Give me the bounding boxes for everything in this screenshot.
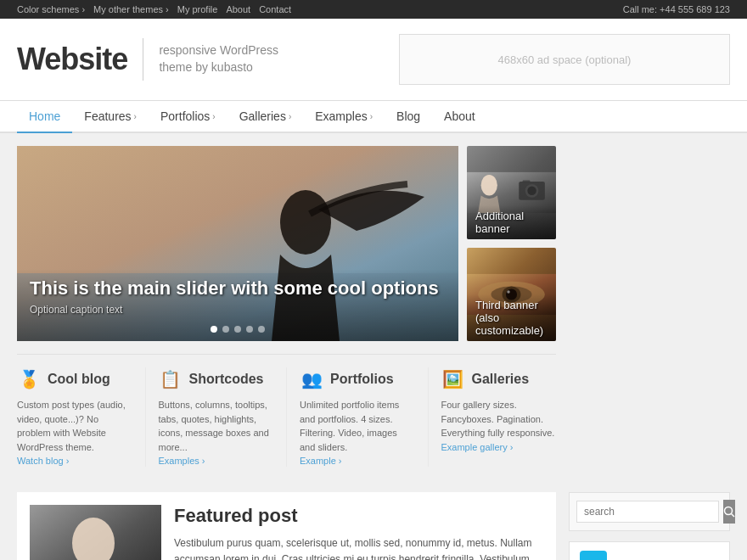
- search-widget: [569, 492, 730, 531]
- shortcodes-icon: 📋: [159, 367, 183, 391]
- feature-shortcodes-header: 📋 Shortcodes: [159, 367, 274, 391]
- banner-2[interactable]: Third banner (also customizable): [467, 248, 556, 341]
- cool-blog-icon: 🏅: [17, 367, 41, 391]
- galleries-icon: 🖼️: [441, 367, 465, 391]
- feature-cool-blog-header: 🏅 Cool blog: [17, 367, 132, 391]
- color-schemes-link[interactable]: Color schemes ›: [17, 4, 85, 14]
- dot-4[interactable]: [246, 326, 253, 333]
- nav-galleries[interactable]: Galleries ›: [227, 101, 304, 133]
- nav-home[interactable]: Home: [17, 101, 72, 133]
- phone-number: Call me: +44 555 689 123: [623, 4, 730, 14]
- examples-arrow: ›: [370, 112, 373, 121]
- dot-1[interactable]: [211, 326, 217, 333]
- banner-1[interactable]: Additional banner: [467, 146, 556, 239]
- site-tagline: responsive WordPress theme by kubasto: [159, 42, 278, 76]
- ad-space: 468x60 ad space (optional): [399, 34, 730, 85]
- portfolios-title: Portfolios: [330, 372, 394, 387]
- cool-blog-title: Cool blog: [48, 372, 110, 387]
- featured-post-thumbnail[interactable]: [30, 505, 161, 560]
- sidebar: Watch my videos Like me: [569, 492, 730, 560]
- slider-dots: [211, 326, 265, 333]
- nav-about[interactable]: About: [432, 101, 487, 133]
- galleries-text: Four gallery sizes. Fancyboxes. Paginati…: [441, 398, 557, 440]
- svg-point-17: [725, 507, 733, 515]
- portfolios-icon: 👥: [300, 367, 323, 391]
- vimeo-icon: [580, 551, 607, 560]
- search-input[interactable]: [576, 501, 719, 523]
- portfolios-example-link[interactable]: Example ›: [300, 456, 342, 466]
- feature-galleries-header: 🖼️ Galleries: [441, 367, 557, 391]
- featured-post-title: Featured post: [174, 505, 543, 527]
- watch-blog-link[interactable]: Watch blog ›: [17, 456, 69, 466]
- feature-galleries: 🖼️ Galleries Four gallery sizes. Fancybo…: [441, 367, 557, 467]
- main-nav: Home Features › Portfolios › Galleries ›…: [0, 101, 747, 133]
- right-banners: Additional banner: [467, 146, 556, 341]
- search-button[interactable]: [723, 500, 735, 524]
- features-arrow: ›: [134, 112, 137, 121]
- svg-line-18: [732, 514, 735, 518]
- shortcodes-title: Shortcodes: [189, 372, 264, 387]
- shortcodes-text: Buttons, columns, tooltips, tabs, quotes…: [159, 398, 274, 454]
- svg-rect-7: [523, 181, 531, 184]
- features-row: 🏅 Cool blog Custom post types (audio, vi…: [17, 354, 556, 467]
- svg-point-2: [280, 190, 331, 255]
- galleries-arrow: ›: [289, 112, 291, 121]
- svg-point-14: [507, 290, 510, 294]
- sidebar-top-spacer: [569, 146, 730, 467]
- featured-post-content: Featured post Vestibulum purus quam, sce…: [174, 505, 543, 560]
- other-themes-link[interactable]: My other themes ›: [93, 4, 169, 14]
- header-divider: [143, 38, 143, 81]
- site-title: Website: [17, 42, 127, 77]
- main-content-area: This is the main slider with some cool o…: [0, 133, 747, 479]
- feature-cool-blog: 🏅 Cool blog Custom post types (audio, vi…: [17, 367, 146, 467]
- portfolios-text: Unlimited portfolio items and portfolios…: [300, 398, 415, 454]
- svg-point-6: [527, 187, 536, 196]
- top-bar-links: Color schemes › My other themes › My pro…: [17, 4, 300, 14]
- banner-2-label: Third banner (also customizable): [467, 294, 556, 341]
- left-column: This is the main slider with some cool o…: [17, 146, 556, 467]
- svg-point-8: [481, 175, 497, 196]
- site-header: Website responsive WordPress theme by ku…: [0, 19, 747, 101]
- featured-post-section: Featured post Vestibulum purus quam, sce…: [17, 492, 556, 560]
- slider-title: This is the main slider with some cool o…: [30, 277, 446, 300]
- slider-area: This is the main slider with some cool o…: [17, 146, 556, 341]
- top-bar: Color schemes › My other themes › My pro…: [0, 0, 747, 19]
- slider-caption: Optional caption text: [30, 304, 446, 316]
- portfolios-arrow: ›: [212, 112, 215, 121]
- featured-post-area: Featured post Vestibulum purus quam, sce…: [17, 492, 556, 560]
- dot-3[interactable]: [234, 326, 241, 333]
- main-slider[interactable]: This is the main slider with some cool o…: [17, 146, 458, 341]
- galleries-title: Galleries: [472, 372, 530, 387]
- nav-blog[interactable]: Blog: [385, 101, 432, 133]
- shortcodes-examples-link[interactable]: Examples ›: [159, 456, 205, 466]
- search-icon: [723, 506, 735, 518]
- feature-shortcodes: 📋 Shortcodes Buttons, columns, tooltips,…: [159, 367, 288, 467]
- nav-examples[interactable]: Examples ›: [303, 101, 385, 133]
- dot-5[interactable]: [258, 326, 265, 333]
- vimeo-widget[interactable]: Watch my videos: [569, 541, 730, 560]
- about-topbar-link[interactable]: About: [226, 4, 250, 14]
- galleries-example-link[interactable]: Example gallery ›: [441, 442, 514, 452]
- banner-1-label: Additional banner: [467, 205, 556, 239]
- my-profile-link[interactable]: My profile: [177, 4, 218, 14]
- feature-portfolios-header: 👥 Portfolios: [300, 367, 415, 391]
- contact-link[interactable]: Contact: [259, 4, 291, 14]
- nav-features[interactable]: Features ›: [72, 101, 149, 133]
- dot-2[interactable]: [222, 326, 229, 333]
- cool-blog-text: Custom post types (audio, video, quote..…: [17, 398, 132, 454]
- featured-post-text: Vestibulum purus quam, scelerisque ut, m…: [174, 535, 543, 560]
- bottom-area: Featured post Vestibulum purus quam, sce…: [0, 479, 747, 560]
- nav-portfolios[interactable]: Portfolios ›: [149, 101, 227, 133]
- feature-portfolios: 👥 Portfolios Unlimited portfolio items a…: [300, 367, 429, 467]
